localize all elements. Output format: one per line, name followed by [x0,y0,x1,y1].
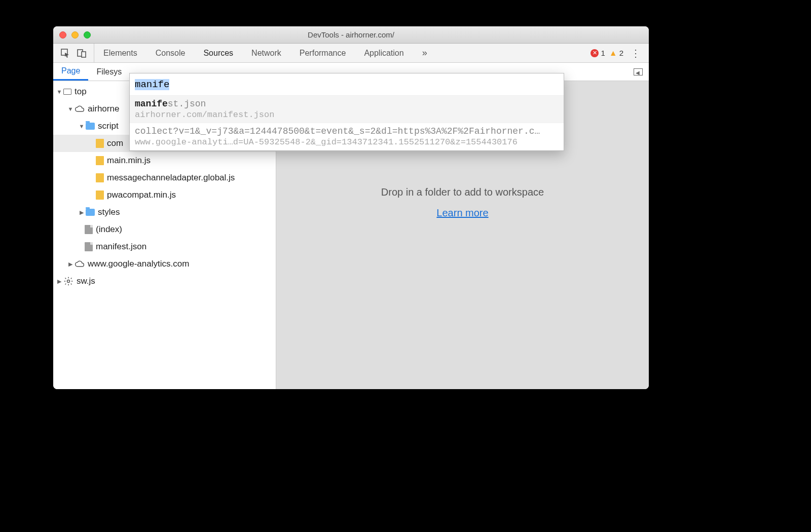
quick-open-result-0[interactable]: manifest.json airhorner.com/manifest.jso… [130,96,564,123]
chevron-down-icon: ▼ [67,106,73,112]
warning-icon: ▲ [609,49,617,58]
learn-more-link[interactable]: Learn more [436,207,488,219]
cloud-icon [75,104,85,114]
window-title: DevTools - airhorner.com/ [53,30,649,39]
tree-sw-label: sw.js [77,276,95,286]
warning-count[interactable]: ▲ 2 [609,49,623,58]
close-window-button[interactable] [59,31,66,39]
zoom-window-button[interactable] [84,31,91,39]
result-title: collect?v=1&_v=j73&a=1244478500&t=event&… [135,126,559,136]
tree-pwa-label: pwacompat.min.js [107,190,176,200]
folder-icon [86,209,95,216]
result-rest: st.json [168,99,206,109]
error-count[interactable]: ✕ 1 [591,49,605,57]
cloud-icon [75,259,85,269]
tree-index-label: (index) [96,224,122,235]
tree-domain-ga[interactable]: ▶ www.google-analytics.com [53,255,276,273]
chevron-down-icon: ▼ [79,123,85,129]
panel-toggle-icon: ◀ [634,68,643,75]
main-toolbar: Elements Console Sources Network Perform… [53,44,649,63]
tree-top-label: top [75,87,87,97]
settings-menu-icon[interactable]: ⋮ [628,47,644,59]
result-subtitle: airhorner.com/manifest.json [135,110,559,120]
result-rest: collect?v=1&_v=j73&a=1244478500&t=event&… [135,126,540,136]
js-file-icon [96,173,104,182]
tree-comlink-label: com [107,138,123,148]
tree-mca-label: messagechanneladapter.global.js [107,173,235,183]
traffic-lights [59,31,91,39]
tree-file-main[interactable]: main.min.js [53,152,276,169]
tab-performance[interactable]: Performance [290,44,355,62]
toolbar-right: ✕ 1 ▲ 2 ⋮ [591,47,649,59]
minimize-window-button[interactable] [71,31,79,39]
error-count-value: 1 [601,49,605,57]
tab-console[interactable]: Console [146,44,195,62]
svg-point-3 [67,280,70,283]
chevron-down-icon: ▼ [56,89,62,95]
quick-open-result-1[interactable]: collect?v=1&_v=j73&a=1244478500&t=event&… [130,123,564,150]
chevron-right-icon: ▶ [79,209,85,216]
tab-sources[interactable]: Sources [194,44,242,62]
result-subtitle: www.google-analyti…d=UA-59325548-2&_gid=… [135,137,559,147]
file-icon [85,225,93,234]
tree-sw[interactable]: ▶ sw.js [53,273,276,290]
quick-open-query: manife [135,79,169,90]
tree-file-index[interactable]: (index) [53,221,276,238]
inspect-icon[interactable] [60,48,70,58]
result-title: manifest.json [135,99,559,109]
tree-domain-label: airhorne [88,104,119,114]
titlebar: DevTools - airhorner.com/ [53,26,649,44]
tree-scripts-label: script [98,121,119,131]
tree-file-manifest[interactable]: manifest.json [53,238,276,255]
toggle-navigator-button[interactable]: ◀ [628,63,649,81]
gear-icon [63,276,73,286]
tree-file-mca[interactable]: messagechanneladapter.global.js [53,169,276,186]
tab-elements[interactable]: Elements [94,44,146,62]
tree-main-label: main.min.js [107,156,151,166]
js-file-icon [96,191,104,200]
tabs-overflow[interactable]: » [413,44,436,62]
quick-open-input[interactable]: manife [130,73,564,96]
subtab-page[interactable]: Page [53,63,88,81]
tab-network[interactable]: Network [242,44,290,62]
tree-file-pwa[interactable]: pwacompat.min.js [53,186,276,204]
svg-rect-2 [82,52,86,57]
device-toggle-icon[interactable] [77,48,87,58]
toolbar-left-icons [53,44,94,62]
panel-tabs: Elements Console Sources Network Perform… [94,44,591,62]
folder-icon [86,123,95,130]
chevron-right-icon: ▶ [56,278,62,285]
tree-manifest-label: manifest.json [96,242,146,252]
chevron-right-icon: ▶ [67,261,73,268]
subtab-filesystem[interactable]: Filesys [88,63,130,81]
drop-hint-text: Drop in a folder to add to workspace [381,186,544,198]
tree-ga-label: www.google-analytics.com [88,259,189,269]
tree-folder-styles[interactable]: ▶ styles [53,204,276,221]
js-file-icon [96,139,104,148]
frame-icon [63,89,71,95]
file-icon [85,242,93,251]
error-icon: ✕ [591,49,599,57]
js-file-icon [96,156,104,165]
result-match: manife [135,99,168,109]
tree-styles-label: styles [98,207,120,217]
tab-application[interactable]: Application [355,44,413,62]
quick-open-dialog: manife manifest.json airhorner.com/manif… [129,73,564,151]
warning-count-value: 2 [619,49,623,57]
